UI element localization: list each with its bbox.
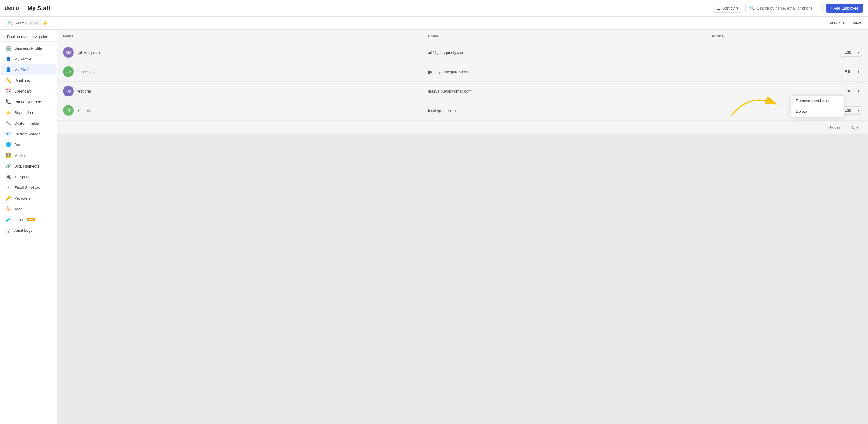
sidebar-item-labs[interactable]: 🧪 Labs new [1, 214, 56, 225]
phone-numbers-icon: 📞 [5, 99, 11, 105]
audit-logs-icon: 📊 [5, 228, 11, 233]
chevron-down-icon: ▾ [736, 6, 738, 10]
sidebar-label-email-services: Email Services [14, 186, 40, 190]
dropdown-button[interactable]: ▾ [855, 48, 862, 57]
sidebar-item-domains[interactable]: 🌐 Domains [1, 139, 56, 150]
table-row: TO test one grasya.puyot@gmail.com Edit … [57, 82, 868, 101]
avatar: TT [63, 105, 74, 116]
edit-button[interactable]: Edit [840, 48, 855, 57]
my-staff-icon: 👤 [5, 67, 11, 72]
sidebar-label-domains: Domains [14, 143, 29, 147]
name-cell: AM Art Malquisto [57, 43, 422, 62]
sidebar-label-phone-numbers: Phone Numbers [14, 100, 42, 104]
sidebar-item-url-redirects[interactable]: 🔗 URL Redirects [1, 161, 56, 171]
sidebar-label-providers: Providers [14, 196, 31, 201]
actions-cell: Edit ▾ [712, 87, 862, 95]
calendars-icon: 📅 [5, 88, 11, 94]
table-header: Name Email Phone [57, 30, 868, 43]
sidebar-label-reputation: Reputation [14, 110, 33, 115]
badge-new: new [27, 218, 35, 221]
search-shortcut-button[interactable]: 🔍 Search ctrl K [5, 19, 42, 27]
staff-name: test test [77, 108, 91, 113]
add-employee-button[interactable]: + Add Employee [826, 4, 863, 13]
url-redirects-icon: 🔗 [5, 163, 11, 169]
sidebar-label-custom-fields: Custom Fields [14, 121, 39, 125]
search-icon-2: 🔍 [8, 21, 13, 25]
dropdown-button[interactable]: ▾ [855, 106, 862, 115]
actions-cell: Edit ▾ [712, 48, 862, 57]
avatar: GP [63, 66, 74, 77]
sidebar-item-audit-logs[interactable]: 📊 Audit Logs [1, 225, 56, 236]
sidebar-item-my-profile[interactable]: 👤 My Profile [1, 54, 56, 64]
labs-icon: 🧪 [5, 217, 11, 222]
context-menu: Remove from Location Delete [791, 95, 844, 117]
edit-button[interactable]: Edit [840, 87, 855, 95]
col-name: Name [57, 30, 422, 43]
sidebar-item-email-services[interactable]: 📧 Email Services [1, 182, 56, 193]
sidebar-label-media: Media [14, 153, 25, 158]
pipelines-icon: ✏️ [5, 78, 11, 83]
tags-icon: 🏷️ [5, 206, 11, 211]
staff-table-body: AM Art Malquisto art@goacquirely.com Edi… [57, 43, 868, 120]
next-button-bottom[interactable]: Next [849, 124, 862, 131]
business-profile-icon: 🏢 [5, 46, 11, 51]
sidebar-item-tags[interactable]: 🏷️ Tags [1, 203, 56, 214]
sidebar-label-calendars: Calendars [14, 89, 32, 93]
phone-cell: Edit ▾ [706, 62, 868, 82]
sidebar-label-my-profile: My Profile [14, 57, 31, 61]
sidebar-item-custom-values[interactable]: 💎 Custom Values [1, 129, 56, 139]
staff-table: Name Email Phone AM Art Malquisto art@go… [57, 30, 868, 120]
table-row: TT test test test@gmail.com Edit ▾ [57, 101, 868, 120]
prev-button-bottom[interactable]: Previous [826, 124, 846, 131]
col-email: Email [422, 30, 706, 43]
name-cell: GP Grace Puyot [57, 62, 422, 82]
search-input[interactable] [757, 6, 819, 10]
topbar-secondary: 🔍 Search ctrl K ⚡ Previous Next [0, 17, 868, 30]
page-title: My Staff [27, 5, 708, 11]
next-button-top[interactable]: Next [850, 20, 863, 27]
dropdown-button[interactable]: ▾ [855, 87, 862, 95]
staff-name: Grace Puyot [77, 69, 99, 74]
custom-fields-icon: 🔧 [5, 120, 11, 126]
sidebar-item-providers[interactable]: 🔑 Providers [1, 193, 56, 203]
edit-button[interactable]: Edit [840, 67, 855, 76]
sidebar-item-business-profile[interactable]: 🏢 Business Profile [1, 43, 56, 54]
sidebar-item-custom-fields[interactable]: 🔧 Custom Fields [1, 118, 56, 129]
sort-by-label: Sort by [722, 6, 735, 10]
sidebar-item-media[interactable]: 🖼️ Media [1, 150, 56, 161]
sidebar-item-phone-numbers[interactable]: 📞 Phone Numbers [1, 96, 56, 107]
search-section: 🔍 Search ctrl K ⚡ [5, 19, 49, 27]
sidebar-label-tags: Tags [14, 207, 22, 211]
app-logo: demo [5, 5, 19, 11]
delete-item[interactable]: Delete [791, 106, 844, 117]
topbar: demo My Staff ☰ Sort by ▾ 🔍 + Add Employ… [0, 0, 868, 17]
dropdown-button[interactable]: ▾ [855, 67, 862, 76]
topbar-actions: ☰ Sort by ▾ 🔍 + Add Employee [713, 3, 863, 13]
sidebar-item-integrations[interactable]: 🔌 Integrations [1, 171, 56, 182]
media-icon: 🖼️ [5, 153, 11, 158]
sidebar-item-calendars[interactable]: 📅 Calendars [1, 86, 56, 96]
sidebar-label-integrations: Integrations [14, 175, 34, 179]
lightning-button[interactable]: ⚡ [42, 20, 49, 27]
prev-button-top[interactable]: Previous [827, 20, 847, 27]
table-row: AM Art Malquisto art@goacquirely.com Edi… [57, 43, 868, 62]
sidebar-label-my-staff: My Staff [14, 67, 28, 72]
providers-icon: 🔑 [5, 196, 11, 201]
back-nav-label: Back to main navigation [7, 34, 48, 39]
pagination-bottom: Previous Next [57, 120, 868, 135]
search-input-wrap[interactable]: 🔍 [745, 3, 823, 13]
sidebar-item-my-staff[interactable]: 👤 My Staff [1, 64, 56, 75]
sidebar-item-reputation[interactable]: ⭐ Reputation [1, 107, 56, 118]
remove-from-location-item[interactable]: Remove from Location [791, 95, 844, 106]
sidebar-label-audit-logs: Audit Logs [14, 228, 32, 233]
staff-name: Art Malquisto [77, 50, 100, 55]
email-cell: grace@goacquirely.com [422, 62, 706, 82]
sort-by-button[interactable]: ☰ Sort by ▾ [713, 4, 742, 13]
sidebar-label-custom-values: Custom Values [14, 132, 40, 136]
sidebar-item-pipelines[interactable]: ✏️ Pipelines [1, 75, 56, 86]
search-shortcut-badge: ctrl K [29, 21, 39, 25]
main-content: Name Email Phone AM Art Malquisto art@go… [57, 30, 868, 424]
main-layout: ‹ Back to main navigation 🏢 Business Pro… [0, 30, 868, 424]
email-cell: art@goacquirely.com [422, 43, 706, 62]
back-nav[interactable]: ‹ Back to main navigation [0, 32, 57, 41]
